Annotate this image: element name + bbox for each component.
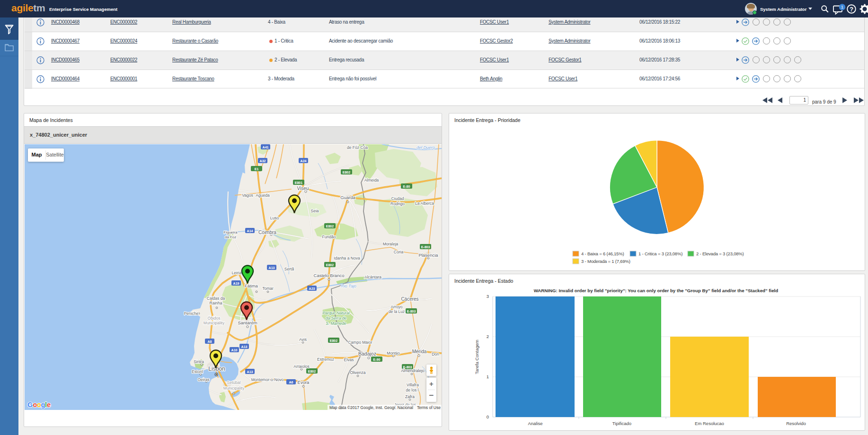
svg-text:A32: A32	[260, 159, 266, 163]
svg-text:A13: A13	[269, 266, 275, 270]
svg-text:E802: E802	[326, 225, 334, 228]
svg-text:Zafra: Zafra	[405, 394, 415, 399]
svg-text:Arroyo: Arroyo	[390, 304, 402, 309]
svg-text:Setúbal: Setúbal	[227, 380, 241, 385]
svg-text:Tomar: Tomar	[262, 286, 274, 291]
svg-text:E802: E802	[308, 370, 316, 373]
svg-text:3 - Moderada = 1 (7,69%): 3 - Moderada = 1 (7,69%)	[581, 259, 630, 264]
svg-text:E802: E802	[343, 171, 350, 174]
svg-text:Fátima: Fátima	[245, 284, 258, 288]
svg-text:E1: E1	[255, 167, 259, 171]
svg-text:Agueda: Agueda	[256, 193, 270, 198]
svg-text:Viseu: Viseu	[297, 186, 309, 191]
svg-text:de Fóz Cóa: de Fóz Cóa	[347, 145, 368, 150]
svg-text:Caldas da: Caldas da	[207, 296, 225, 301]
svg-text:S. Mamede: S. Mamede	[326, 321, 346, 326]
svg-text:A14: A14	[247, 229, 253, 233]
svg-text:Villafra: Villafra	[407, 383, 419, 387]
svg-text:2: 2	[487, 334, 489, 339]
svg-text:Ciudad: Ciudad	[391, 196, 404, 201]
svg-text:Estoril: Estoril	[192, 369, 203, 374]
svg-text:Elvas: Elvas	[344, 357, 354, 362]
svg-text:del Duero: del Duero	[416, 145, 435, 150]
svg-text:Arraiolos: Arraiolos	[293, 364, 310, 369]
svg-text:Sintra: Sintra	[194, 359, 204, 364]
svg-text:Plasencia: Plasencia	[418, 252, 438, 258]
svg-text:Tipificado: Tipificado	[612, 421, 631, 426]
svg-text:E-90: E-90	[373, 358, 381, 361]
svg-text:2 - Elevada = 3 (23,08%): 2 - Elevada = 3 (23,08%)	[696, 251, 744, 256]
svg-text:Oeiras: Oeiras	[197, 377, 209, 382]
svg-text:WARNING: Invalid order by fiel: WARNING: Invalid order by field "priorit…	[534, 288, 779, 293]
svg-text:Coria: Coria	[394, 250, 404, 254]
svg-text:Moraleja: Moraleja	[383, 242, 399, 246]
svg-text:Rainha: Rainha	[210, 301, 222, 305]
svg-text:E-80: E-80	[403, 185, 410, 188]
svg-text:Municipality: Municipality	[204, 321, 225, 325]
svg-text:Óbidos: Óbidos	[208, 316, 221, 321]
svg-text:Mérida: Mérida	[412, 349, 427, 354]
svg-text:Castelo Branco: Castelo Branco	[314, 273, 345, 278]
svg-text:Don: Don	[432, 352, 439, 357]
svg-text:Almendralejo: Almendralejo	[401, 368, 425, 373]
svg-text:de los l: de los l	[406, 388, 419, 392]
svg-text:Tarefa Contagem: Tarefa Contagem	[474, 339, 479, 374]
svg-text:E-803: E-803	[421, 245, 430, 249]
svg-text:Em Resolucao: Em Resolucao	[695, 421, 724, 426]
svg-text:A8: A8	[208, 340, 212, 343]
svg-text:Parque Natural: Parque Natural	[322, 311, 350, 315]
svg-text:1 - Critica = 3 (23,08%): 1 - Critica = 3 (23,08%)	[638, 251, 682, 256]
svg-text:3: 3	[487, 294, 489, 299]
svg-text:Guarda: Guarda	[340, 195, 355, 200]
svg-text:Idanha a Nova: Idanha a Nova	[334, 256, 360, 261]
svg-text:da Serra de: da Serra de	[326, 316, 347, 321]
svg-text:Montijo: Montijo	[387, 351, 400, 356]
svg-text:Estremoz: Estremoz	[317, 357, 334, 362]
svg-text:Coimbra: Coimbra	[258, 230, 276, 235]
svg-text:Resolvido: Resolvido	[786, 421, 806, 426]
svg-text:A23: A23	[309, 287, 315, 290]
svg-text:Rodrigo: Rodrigo	[390, 201, 405, 206]
svg-text:Analise: Analise	[528, 421, 542, 426]
svg-text:Cáceres: Cáceres	[401, 296, 418, 302]
svg-text:?: ?	[850, 6, 853, 13]
svg-text:Badajoz: Badajoz	[358, 351, 376, 357]
svg-text:A6: A6	[289, 381, 293, 384]
svg-text:Fundão: Fundão	[322, 235, 336, 239]
svg-text:Peniche: Peniche	[184, 311, 199, 316]
svg-text:Sertã: Sertã	[284, 267, 294, 271]
svg-text:Leiria: Leiria	[232, 270, 242, 275]
svg-text:A13: A13	[247, 370, 253, 374]
svg-text:G: G	[27, 401, 33, 409]
svg-text:A10: A10	[231, 348, 238, 352]
svg-text:Santarém: Santarém	[238, 320, 257, 325]
svg-text:Alcántara: Alcántara	[364, 275, 381, 279]
svg-text:A13: A13	[241, 345, 248, 348]
svg-text:Luso: Luso	[270, 216, 279, 220]
svg-text:E801: E801	[295, 181, 302, 184]
svg-text:Seia: Seia	[310, 209, 319, 213]
svg-text:Figueira: Figueira	[224, 230, 238, 235]
svg-text:A41: A41	[263, 146, 269, 149]
svg-text:da Foz: da Foz	[225, 235, 236, 239]
svg-text:1: 1	[841, 4, 843, 9]
svg-text:de la Luz: de la Luz	[389, 309, 405, 314]
svg-text:E802: E802	[330, 339, 337, 342]
svg-text:Vagos: Vagos	[242, 193, 253, 198]
svg-text:Olivenza: Olivenza	[350, 370, 365, 375]
svg-text:La Alberca: La Alberca	[415, 201, 434, 206]
svg-text:0: 0	[487, 414, 489, 419]
svg-text:Campo Maior: Campo Maior	[348, 340, 372, 345]
svg-text:A19: A19	[233, 282, 239, 285]
svg-text:E802: E802	[326, 263, 334, 267]
svg-text:E-803: E-803	[407, 310, 416, 313]
svg-text:1: 1	[487, 374, 489, 379]
svg-text:Avis: Avis	[299, 337, 307, 342]
svg-text:Municipality: Municipality	[223, 386, 245, 391]
svg-text:4 - Baixa = 6 (46,15%): 4 - Baixa = 6 (46,15%)	[581, 251, 624, 256]
svg-text:Rio Tajo: Rio Tajo	[341, 284, 356, 288]
svg-text:Montemor-o-Novo: Montemor-o-Novo	[251, 377, 284, 382]
svg-text:Almeida: Almeida	[364, 178, 379, 183]
svg-text:A24: A24	[301, 159, 307, 163]
svg-text:e: e	[47, 401, 51, 409]
